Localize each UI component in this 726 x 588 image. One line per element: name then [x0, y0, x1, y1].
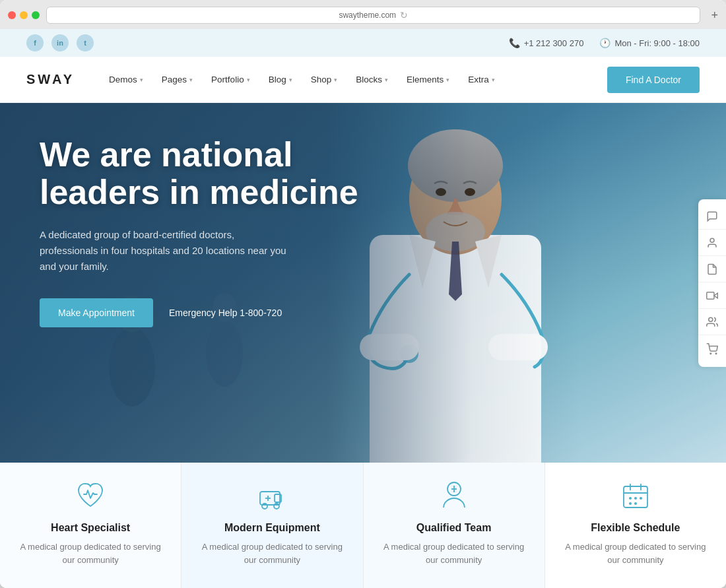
hero-actions: Make Appointment Emergency Help 1-800-72…	[40, 298, 383, 327]
modern-equipment-icon	[255, 478, 289, 513]
svg-marker-19	[714, 293, 717, 298]
heart-specialist-icon	[73, 478, 108, 513]
flexible-schedule-icon	[618, 478, 653, 513]
nav-elements[interactable]: Elements ▾	[399, 69, 457, 90]
feature-card-team: Qualified Team A medical group dedicated…	[364, 463, 545, 588]
portfolio-arrow: ▾	[247, 77, 250, 83]
demos-arrow: ▾	[140, 77, 143, 83]
nav-demos[interactable]: Demos ▾	[101, 69, 151, 90]
feature-desc-equipment: A medical group dedicated to serving our…	[195, 540, 349, 566]
feature-card-equipment: Modern Equipment A medical group dedicat…	[182, 463, 363, 588]
blocks-arrow: ▾	[385, 77, 388, 83]
svg-point-23	[715, 353, 717, 354]
shop-arrow: ▾	[334, 77, 337, 83]
svg-point-42	[634, 502, 637, 505]
new-tab-button[interactable]: +	[711, 9, 718, 22]
url-text: swaytheme.com	[339, 11, 396, 20]
svg-rect-20	[707, 292, 714, 300]
document-icon[interactable]	[698, 257, 726, 282]
maximize-dot[interactable]	[32, 11, 40, 19]
feature-desc-schedule: A medical group dedicated to serving our…	[558, 540, 713, 566]
feature-desc-heart: A medical group dedicated to serving our…	[13, 540, 168, 566]
hero-section: We are national leaders in medicine A de…	[0, 103, 726, 463]
blog-arrow: ▾	[289, 77, 292, 83]
business-hours: Mon - Fri: 9:00 - 18:00	[614, 38, 700, 48]
website-content: f in t 📞 +1 212 300 270 🕐 Mon - Fri: 9:0…	[0, 29, 726, 588]
appointment-button[interactable]: Make Appointment	[40, 298, 153, 327]
nav-shop[interactable]: Shop ▾	[303, 69, 346, 90]
phone-number: +1 212 300 270	[524, 38, 584, 48]
site-logo[interactable]: SWAY	[26, 72, 75, 87]
browser-chrome: swaytheme.com ↻ +	[0, 0, 726, 29]
feature-card-schedule: Flexible Schedule A medical group dedica…	[545, 463, 726, 588]
users-icon[interactable]	[698, 310, 726, 335]
pages-arrow: ▾	[189, 77, 193, 83]
svg-point-21	[709, 317, 713, 321]
twitter-icon[interactable]: t	[77, 34, 94, 51]
feature-title-schedule: Flexible Schedule	[558, 522, 713, 534]
profile-icon[interactable]	[698, 231, 726, 256]
feature-card-heart: Heart Specialist A medical group dedicat…	[0, 463, 182, 588]
address-bar[interactable]: swaytheme.com ↻	[46, 7, 700, 24]
hero-subtitle: A dedicated group of board-certified doc…	[40, 227, 290, 275]
video-icon[interactable]	[698, 284, 726, 309]
browser-dots	[8, 11, 40, 19]
svg-point-39	[634, 497, 637, 500]
feature-cards: Heart Specialist A medical group dedicat…	[0, 463, 726, 588]
nav-blog[interactable]: Blog ▾	[261, 69, 300, 90]
feature-desc-team: A medical group dedicated to serving our…	[377, 540, 531, 566]
hero-content: We are national leaders in medicine A de…	[40, 136, 383, 327]
nav-blocks[interactable]: Blocks ▾	[348, 69, 396, 90]
social-icons: f in t	[26, 34, 94, 51]
svg-point-40	[640, 497, 642, 500]
phone-contact: 📞 +1 212 300 270	[509, 38, 584, 48]
shopping-cart-icon[interactable]	[698, 337, 726, 362]
svg-point-18	[710, 238, 714, 242]
close-dot[interactable]	[8, 11, 16, 19]
feature-title-heart: Heart Specialist	[13, 522, 168, 534]
refresh-icon[interactable]: ↻	[400, 10, 408, 20]
hero-title: We are national leaders in medicine	[40, 136, 383, 211]
feature-title-equipment: Modern Equipment	[195, 522, 349, 534]
find-doctor-button[interactable]: Find A Doctor	[607, 67, 700, 93]
phone-icon: 📞	[509, 38, 520, 48]
clock-icon: 🕐	[599, 38, 610, 48]
minimize-dot[interactable]	[20, 11, 28, 19]
svg-point-38	[629, 497, 632, 500]
main-nav: SWAY Demos ▾ Pages ▾ Portfolio ▾ Blog ▾	[0, 57, 726, 103]
emergency-text: Emergency Help 1-800-720	[169, 308, 282, 318]
svg-point-22	[710, 353, 711, 354]
qualified-team-icon	[437, 478, 471, 513]
feature-title-team: Qualified Team	[377, 522, 531, 534]
nav-portfolio[interactable]: Portfolio ▾	[203, 69, 258, 90]
top-bar: f in t 📞 +1 212 300 270 🕐 Mon - Fri: 9:0…	[0, 29, 726, 57]
elements-arrow: ▾	[446, 77, 449, 83]
nav-pages[interactable]: Pages ▾	[154, 69, 201, 90]
contact-info: 📞 +1 212 300 270 🕐 Mon - Fri: 9:00 - 18:…	[509, 38, 700, 48]
svg-point-41	[629, 502, 632, 505]
linkedin-icon[interactable]: in	[51, 34, 69, 51]
extra-arrow: ▾	[492, 77, 495, 83]
nav-extra[interactable]: Extra ▾	[460, 69, 503, 90]
chat-icon[interactable]	[698, 205, 726, 230]
hours-contact: 🕐 Mon - Fri: 9:00 - 18:00	[599, 38, 700, 48]
browser-window: swaytheme.com ↻ + f in t 📞 +1 212 300 27…	[0, 0, 726, 588]
nav-menu: Demos ▾ Pages ▾ Portfolio ▾ Blog ▾ Shop	[101, 69, 607, 90]
facebook-icon[interactable]: f	[26, 34, 44, 51]
side-icons-panel	[698, 199, 726, 367]
